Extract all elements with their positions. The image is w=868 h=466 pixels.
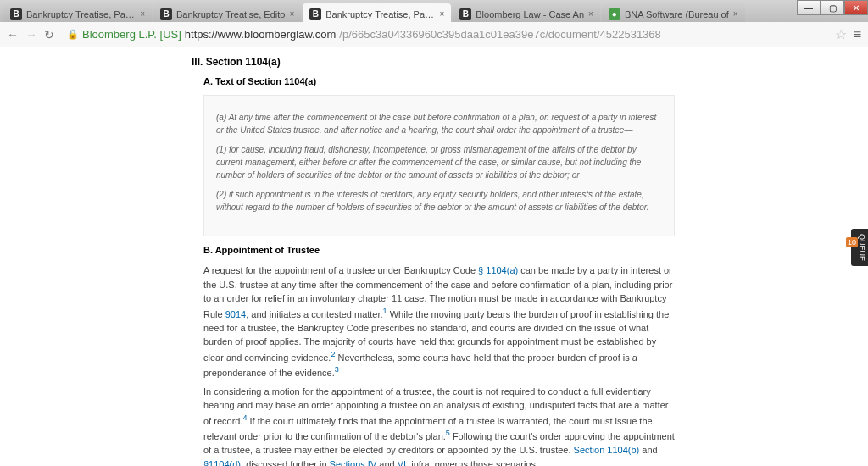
browser-tab[interactable]: ●BNA Software (Bureau of× bbox=[602, 3, 745, 22]
browser-menu-icon[interactable]: ≡ bbox=[854, 27, 861, 42]
nav-reload-button[interactable]: ↻ bbox=[44, 28, 54, 42]
browser-tab[interactable]: BBloomberg Law - Case An× bbox=[453, 3, 600, 22]
tab-title: Bankruptcy Treatise, Part I bbox=[326, 9, 435, 19]
tab-close-icon[interactable]: × bbox=[140, 9, 145, 19]
browser-tab[interactable]: BBankruptcy Treatise, Edito× bbox=[153, 3, 301, 22]
tab-favicon: B bbox=[160, 8, 172, 20]
browser-tab-strip: BBankruptcy Treatise, Part I×BBankruptcy… bbox=[0, 0, 868, 22]
tab-favicon: B bbox=[459, 8, 471, 20]
tab-favicon: B bbox=[10, 8, 22, 20]
tab-title: BNA Software (Bureau of bbox=[625, 9, 729, 19]
window-minimize[interactable]: — bbox=[797, 0, 821, 15]
tab-title: Bloomberg Law - Case An bbox=[476, 9, 584, 19]
tab-close-icon[interactable]: × bbox=[733, 9, 738, 19]
window-maximize[interactable]: ▢ bbox=[821, 0, 844, 15]
tab-close-icon[interactable]: × bbox=[289, 9, 294, 19]
tab-favicon: ● bbox=[609, 8, 620, 20]
ssl-org-label: Bloomberg L.P. [US] bbox=[82, 28, 181, 41]
browser-tab[interactable]: BBankruptcy Treatise, Part I× bbox=[3, 3, 152, 22]
tab-close-icon[interactable]: × bbox=[439, 9, 444, 19]
url-path: /p/665c3a04336960c395daa1c01ea39e7c/docu… bbox=[339, 28, 661, 41]
window-close[interactable]: ✕ bbox=[844, 0, 868, 15]
url-input[interactable]: 🔒 Bloomberg L.P. [US] https://www.bloomb… bbox=[61, 25, 828, 43]
nav-back-button[interactable]: ← bbox=[7, 28, 19, 42]
address-bar: ← → ↻ 🔒 Bloomberg L.P. [US] https://www.… bbox=[0, 22, 868, 47]
bookmark-star-icon[interactable]: ☆ bbox=[835, 26, 847, 42]
browser-tab[interactable]: BBankruptcy Treatise, Part I× bbox=[303, 3, 451, 22]
tab-title: Bankruptcy Treatise, Edito bbox=[176, 9, 285, 19]
url-host: https://www.bloomberglaw.com bbox=[185, 28, 336, 41]
tab-title: Bankruptcy Treatise, Part I bbox=[26, 9, 136, 19]
lock-icon: 🔒 bbox=[67, 29, 79, 40]
nav-forward-button[interactable]: → bbox=[25, 28, 37, 42]
tab-close-icon[interactable]: × bbox=[588, 9, 593, 19]
tab-favicon: B bbox=[309, 8, 321, 20]
